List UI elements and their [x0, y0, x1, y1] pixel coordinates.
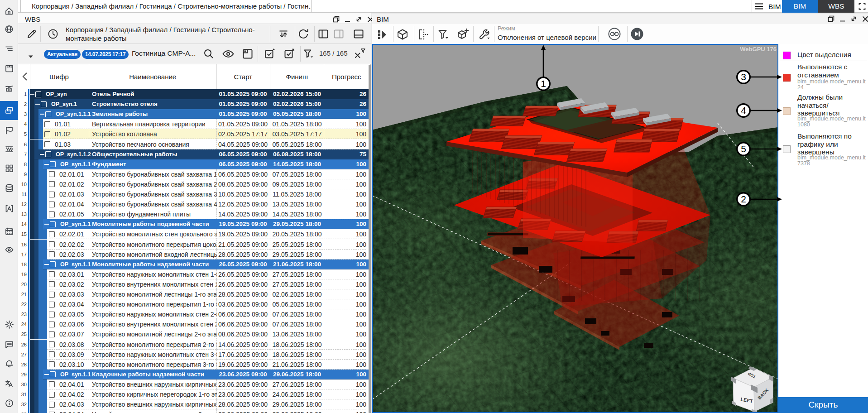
svg-text:WebGPU 176: WebGPU 176	[740, 46, 777, 53]
